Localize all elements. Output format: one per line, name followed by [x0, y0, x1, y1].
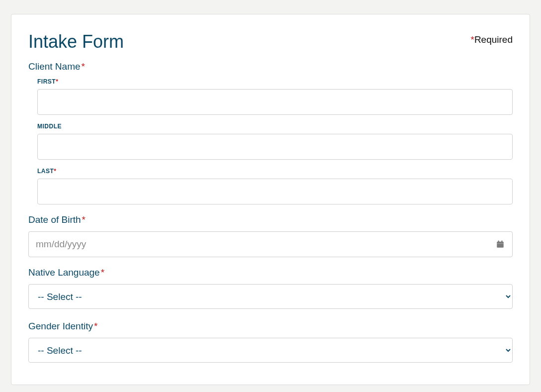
last-name-label: LAST*: [37, 168, 513, 175]
last-name-input[interactable]: [37, 179, 513, 204]
required-label: Required: [474, 34, 513, 45]
dob-label: Date of Birth*: [28, 214, 513, 225]
required-indicator: *Required: [470, 34, 513, 45]
first-name-input[interactable]: [37, 89, 513, 115]
star-icon: *: [54, 168, 56, 175]
dob-input[interactable]: [28, 231, 513, 257]
native-language-select[interactable]: -- Select --: [28, 284, 513, 309]
gender-identity-label: Gender Identity*: [28, 321, 513, 332]
star-icon: *: [470, 34, 474, 45]
first-name-label: FIRST*: [37, 78, 513, 85]
star-icon: *: [56, 78, 58, 85]
dob-input-wrap: [28, 231, 513, 257]
native-language-label: Native Language*: [28, 267, 513, 278]
client-name-label: Client Name*: [28, 61, 513, 72]
form-card: Intake Form *Required Client Name* FIRST…: [11, 14, 530, 385]
gender-identity-select[interactable]: -- Select --: [28, 338, 513, 363]
native-language-section: Native Language* -- Select --: [28, 267, 513, 319]
star-icon: *: [82, 61, 85, 72]
gender-identity-section: Gender Identity* -- Select --: [28, 321, 513, 373]
star-icon: *: [94, 321, 97, 331]
star-icon: *: [82, 214, 86, 225]
client-name-section: Client Name* FIRST* MIDDLE LAST*: [28, 61, 513, 204]
star-icon: *: [101, 267, 104, 278]
middle-name-label: MIDDLE: [37, 123, 513, 130]
page-title: Intake Form: [28, 31, 124, 52]
form-header: Intake Form *Required: [28, 31, 513, 52]
middle-name-input[interactable]: [37, 134, 513, 160]
client-name-subfields: FIRST* MIDDLE LAST*: [28, 78, 513, 204]
dob-section: Date of Birth*: [28, 214, 513, 257]
